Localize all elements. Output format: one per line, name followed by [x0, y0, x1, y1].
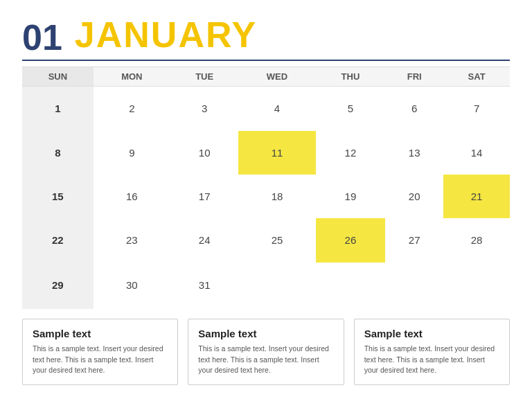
page: 01 JANUARY SUN MON TUE WED THU FRI SAT 1… — [0, 0, 532, 399]
calendar-cell: 13 — [385, 131, 443, 175]
col-fri: FRI — [385, 67, 443, 87]
month-name: JANUARY — [75, 17, 257, 53]
calendar-cell: 31 — [170, 263, 239, 309]
calendar-header-row: SUN MON TUE WED THU FRI SAT — [22, 67, 510, 87]
month-number: 01 — [22, 19, 62, 55]
calendar-cell — [238, 263, 315, 309]
calendar-cell: 26 — [316, 218, 386, 262]
info-box-3-title: Sample text — [364, 328, 499, 339]
calendar-row: 891011121314 — [22, 131, 510, 175]
calendar-cell — [385, 263, 443, 309]
info-box-3: Sample text This is a sample text. Inser… — [354, 319, 510, 385]
calendar-cell: 6 — [385, 87, 443, 131]
calendar-cell: 16 — [94, 175, 170, 218]
calendar-cell: 3 — [170, 87, 239, 131]
month-name-wrap: JANUARY — [75, 17, 257, 55]
calendar-cell: 25 — [238, 218, 315, 262]
calendar-cell: 1 — [22, 87, 94, 131]
calendar-cell: 9 — [94, 131, 170, 175]
info-box-3-text: This is a sample text. Insert your desir… — [364, 344, 499, 376]
calendar-cell: 14 — [443, 131, 510, 175]
info-box-2: Sample text This is a sample text. Inser… — [188, 319, 344, 385]
calendar-cell: 17 — [170, 175, 239, 218]
calendar-cell: 7 — [443, 87, 510, 131]
info-box-2-text: This is a sample text. Insert your desir… — [198, 344, 333, 376]
calendar-cell: 28 — [443, 218, 510, 262]
calendar-header: 01 JANUARY — [22, 17, 510, 55]
calendar-cell: 10 — [170, 131, 239, 175]
info-box-2-title: Sample text — [198, 328, 333, 339]
calendar-cell: 18 — [238, 175, 315, 218]
calendar-cell: 2 — [94, 87, 170, 131]
calendar-row: 293031 — [22, 263, 510, 309]
calendar-cell: 29 — [22, 263, 94, 309]
calendar-cell: 24 — [170, 218, 239, 262]
calendar-cell: 5 — [316, 87, 386, 131]
calendar-row: 1234567 — [22, 87, 510, 131]
calendar-cell — [443, 263, 510, 309]
col-sat: SAT — [443, 67, 510, 87]
calendar-cell: 23 — [94, 218, 170, 262]
calendar-cell — [316, 263, 386, 309]
calendar-cell: 30 — [94, 263, 170, 309]
calendar-cell: 11 — [238, 131, 315, 175]
calendar-cell: 20 — [385, 175, 443, 218]
col-wed: WED — [238, 67, 315, 87]
col-mon: MON — [94, 67, 170, 87]
calendar-cell: 8 — [22, 131, 94, 175]
info-boxes-container: Sample text This is a sample text. Inser… — [22, 319, 510, 385]
header-underline — [22, 60, 510, 61]
calendar-cell: 19 — [316, 175, 386, 218]
calendar-cell: 27 — [385, 218, 443, 262]
calendar-cell: 4 — [238, 87, 315, 131]
calendar-cell: 21 — [443, 175, 510, 218]
info-box-1-title: Sample text — [33, 328, 168, 339]
col-tue: TUE — [170, 67, 239, 87]
col-thu: THU — [316, 67, 386, 87]
calendar-cell: 15 — [22, 175, 94, 218]
calendar-row: 22232425262728 — [22, 218, 510, 262]
info-box-1: Sample text This is a sample text. Inser… — [22, 319, 178, 385]
calendar-row: 15161718192021 — [22, 175, 510, 218]
calendar-table: SUN MON TUE WED THU FRI SAT 123456789101… — [22, 66, 510, 309]
calendar-cell: 22 — [22, 218, 94, 262]
info-box-1-text: This is a sample text. Insert your desir… — [33, 344, 168, 376]
col-sun: SUN — [22, 67, 94, 87]
calendar-cell: 12 — [316, 131, 386, 175]
